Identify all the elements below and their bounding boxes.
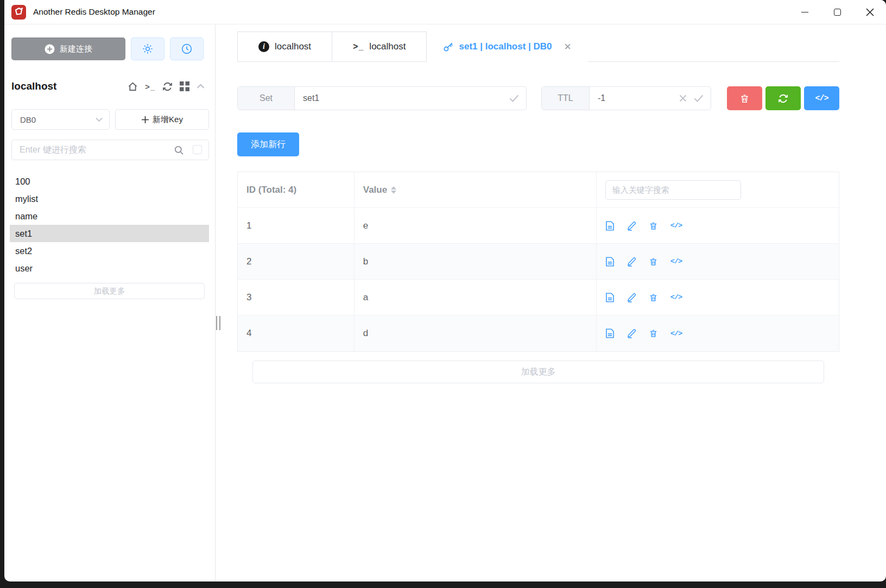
key-item[interactable]: set2	[10, 242, 209, 260]
table-row[interactable]: 3 a </>	[238, 280, 839, 315]
settings-button[interactable]	[131, 37, 164, 60]
new-connection-label: 新建连接	[60, 44, 92, 54]
db-select[interactable]: DB0	[11, 109, 110, 130]
app-logo-icon	[11, 5, 26, 20]
code-icon: </>	[670, 293, 682, 301]
row-command-button[interactable]: </>	[670, 330, 682, 338]
document-icon	[605, 293, 615, 302]
minimize-icon	[801, 12, 808, 12]
tab-terminal[interactable]: >_ localhost	[332, 32, 426, 61]
confirm-ttl-icon[interactable]	[694, 94, 704, 102]
connection-name[interactable]: localhost	[11, 80, 56, 92]
ttl-input[interactable]	[590, 93, 679, 103]
minimize-button[interactable]	[788, 0, 821, 24]
table-row[interactable]: 4 d </>	[238, 315, 839, 351]
code-icon: </>	[670, 222, 682, 230]
key-item[interactable]: user	[10, 260, 209, 277]
id-column-header: ID (Total: 4)	[246, 185, 296, 195]
delete-row-button[interactable]	[649, 328, 658, 338]
history-button[interactable]	[170, 37, 204, 60]
refresh-icon[interactable]	[162, 81, 173, 92]
close-button[interactable]	[853, 0, 886, 24]
confirm-key-icon[interactable]	[509, 94, 519, 102]
new-connection-button[interactable]: 新建连接	[11, 37, 125, 60]
key-item[interactable]: 100	[10, 173, 209, 190]
pencil-icon	[627, 293, 636, 302]
db-select-value: DB0	[20, 115, 36, 124]
window-title: Another Redis Desktop Manager	[33, 7, 155, 17]
add-row-button[interactable]: 添加新行	[237, 132, 299, 156]
key-list: 100 mylist name set1 set2 user	[10, 173, 209, 277]
value-table: ID (Total: 4) Value 1 e	[237, 172, 839, 352]
key-item[interactable]: mylist	[10, 190, 209, 207]
key-name-group: Set	[237, 86, 527, 110]
grid-view-icon[interactable]	[180, 81, 189, 91]
key-name-input[interactable]	[295, 93, 509, 103]
terminal-icon[interactable]: >_	[145, 82, 155, 91]
trash-icon	[649, 257, 658, 267]
table-search-input[interactable]	[605, 180, 741, 200]
delete-row-button[interactable]	[649, 293, 658, 302]
row-command-button[interactable]: </>	[670, 293, 682, 301]
delete-key-button[interactable]	[727, 86, 762, 110]
table-load-more-button[interactable]: 加载更多	[252, 361, 824, 383]
trash-icon	[649, 328, 658, 338]
pencil-icon	[627, 221, 636, 231]
sidebar-resize-handle[interactable]	[216, 316, 220, 330]
row-command-button[interactable]: </>	[670, 257, 682, 265]
row-value: a	[363, 292, 368, 303]
table-row[interactable]: 2 b </>	[238, 244, 839, 280]
trash-icon	[739, 93, 750, 104]
view-row-button[interactable]	[605, 293, 615, 302]
trash-icon	[649, 293, 658, 302]
chevron-down-icon	[96, 117, 103, 122]
sidebar-load-more-button[interactable]: 加载更多	[14, 283, 205, 299]
key-icon	[443, 42, 453, 52]
main-panel: i localhost >_ localhost set1 | localhos…	[216, 24, 886, 581]
edit-row-button[interactable]	[627, 221, 636, 231]
row-value: b	[363, 256, 368, 267]
pencil-icon	[627, 328, 636, 338]
key-item[interactable]: name	[10, 207, 209, 225]
tab-connection-info[interactable]: i localhost	[238, 32, 332, 61]
view-command-button[interactable]: </>	[804, 86, 839, 110]
document-icon	[605, 328, 615, 338]
app-window: Another Redis Desktop Manager 新建连接	[4, 0, 886, 581]
terminal-icon: >_	[353, 42, 364, 52]
view-row-button[interactable]	[605, 221, 615, 231]
view-row-button[interactable]	[605, 257, 615, 267]
key-item-selected[interactable]: set1	[10, 225, 209, 242]
sort-asc-icon[interactable]	[391, 186, 396, 189]
info-icon: i	[258, 41, 269, 52]
trash-icon	[649, 221, 658, 231]
maximize-button[interactable]	[821, 0, 853, 24]
view-row-button[interactable]	[605, 328, 615, 338]
edit-row-button[interactable]	[627, 293, 636, 302]
sort-desc-icon[interactable]	[391, 191, 396, 194]
search-icon[interactable]	[174, 145, 184, 155]
key-editor-row: Set TTL	[237, 86, 839, 110]
key-type-label: Set	[238, 87, 295, 110]
close-icon	[866, 8, 874, 16]
clock-icon	[181, 43, 192, 54]
clear-ttl-icon[interactable]	[679, 94, 687, 102]
maximize-icon	[834, 9, 841, 16]
edit-row-button[interactable]	[627, 328, 636, 338]
tab-label: localhost	[275, 41, 311, 52]
refresh-key-button[interactable]	[765, 86, 801, 110]
row-value: e	[363, 220, 368, 231]
add-key-button[interactable]: 新增Key	[115, 109, 209, 130]
table-row[interactable]: 1 e </>	[238, 208, 839, 244]
exact-search-checkbox[interactable]	[193, 145, 202, 154]
edit-row-button[interactable]	[627, 257, 636, 267]
document-icon	[605, 257, 615, 267]
row-command-button[interactable]: </>	[670, 222, 682, 230]
tab-key-set1[interactable]: set1 | localhost | DB0 ✕	[427, 31, 587, 62]
delete-row-button[interactable]	[649, 221, 658, 231]
collapse-chevron-icon[interactable]	[197, 84, 205, 89]
home-icon[interactable]	[128, 81, 138, 92]
delete-row-button[interactable]	[649, 257, 658, 267]
ttl-group: TTL	[541, 86, 711, 110]
tab-close-icon[interactable]: ✕	[564, 41, 572, 53]
row-id: 1	[246, 220, 251, 231]
